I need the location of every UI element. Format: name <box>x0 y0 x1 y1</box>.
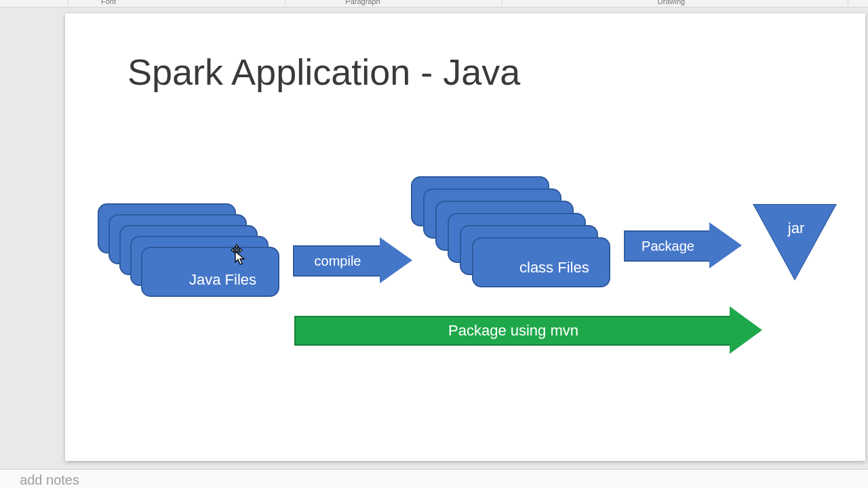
package-arrow-label: Package <box>625 239 711 254</box>
compile-arrow-label: compile <box>294 253 381 269</box>
slide-canvas[interactable]: Spark Application - Java Java Files comp… <box>65 14 865 461</box>
mvn-arrow-label: Package using mvn <box>296 322 731 340</box>
class-files-label: class Files <box>519 259 589 277</box>
java-files-label: Java Files <box>189 271 256 289</box>
ribbon-group-paragraph: Paragraph <box>345 0 380 5</box>
notes-placeholder: add notes <box>20 472 79 487</box>
slide-title[interactable]: Spark Application - Java <box>127 51 520 93</box>
ribbon-partial: Font Paragraph Drawing <box>0 0 868 7</box>
ribbon-group-font: Font <box>101 0 116 5</box>
ribbon-group-drawing: Drawing <box>658 0 685 5</box>
notes-pane[interactable]: k tadd notes <box>0 469 868 488</box>
jar-label: jar <box>788 220 804 237</box>
